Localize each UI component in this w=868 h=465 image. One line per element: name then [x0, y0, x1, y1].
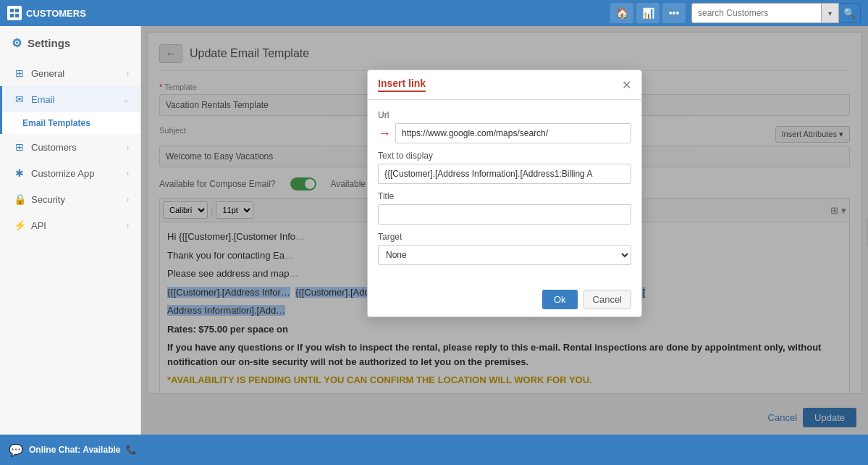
sidebar-item-security[interactable]: 🔒 Security › — [0, 186, 140, 212]
search-bar: ▾ 🔍 — [691, 3, 861, 23]
url-row: → — [378, 123, 631, 143]
sidebar-item-customers[interactable]: ⊞ Customers › — [0, 134, 140, 160]
modal-cancel-button[interactable]: Cancel — [583, 290, 631, 309]
content-area: ← Update Email Template * Template Inser… — [141, 26, 868, 435]
sidebar-item-general[interactable]: ⊞ General › — [0, 60, 140, 86]
modal-target-select[interactable]: None _blank _self _parent _top — [378, 245, 631, 265]
modal-target-label: Target — [378, 232, 631, 242]
more-button[interactable]: ••• — [662, 3, 686, 23]
chat-bar: 💬 Online Chat: Available 📞 — [0, 435, 868, 465]
modal-text-display-field: Text to display — [378, 151, 631, 184]
sidebar-nav: ⊞ General › ✉ Email ⌄ Email Templates ⊞ … — [0, 60, 140, 435]
search-go-button[interactable]: 🔍 — [839, 3, 861, 23]
insert-link-modal: Insert link ✕ Url → Text to display — [367, 70, 642, 317]
customize-icon: ✱ — [14, 167, 25, 179]
chevron-right-icon-customers: › — [127, 143, 129, 151]
modal-url-label: Url — [378, 110, 631, 120]
email-templates-label: Email Templates — [22, 118, 90, 128]
top-bar: CUSTOMERS 🏠 📊 ••• ▾ 🔍 — [0, 0, 868, 26]
svg-rect-1 — [15, 9, 19, 12]
search-dropdown-button[interactable]: ▾ — [822, 3, 839, 23]
chat-label: Online Chat: Available — [29, 445, 120, 455]
search-input[interactable] — [691, 3, 822, 23]
svg-rect-0 — [10, 9, 14, 12]
modal-close-button[interactable]: ✕ — [622, 78, 631, 92]
modal-ok-button[interactable]: Ok — [542, 290, 578, 309]
modal-footer: Ok Cancel — [368, 282, 641, 317]
sidebar-item-api[interactable]: ⚡ API › — [0, 212, 140, 238]
customers-icon: ⊞ — [14, 141, 25, 153]
sidebar-item-label-customers: Customers — [31, 142, 121, 153]
modal-title: Insert link — [378, 78, 426, 92]
sidebar-item-label-api: API — [31, 220, 121, 231]
security-icon: 🔒 — [14, 193, 25, 205]
url-arrow-icon: → — [378, 126, 391, 141]
general-icon: ⊞ — [14, 67, 25, 79]
svg-rect-3 — [15, 14, 19, 17]
sidebar-item-label-general: General — [31, 68, 121, 79]
modal-title-label: Title — [378, 191, 631, 201]
settings-title: Settings — [28, 37, 70, 49]
chevron-down-icon: ⌄ — [123, 96, 129, 104]
sidebar-item-email[interactable]: ✉ Email ⌄ — [0, 86, 140, 112]
logo-icon — [7, 6, 22, 20]
home-button[interactable]: 🏠 — [610, 3, 633, 23]
modal-header: Insert link ✕ — [368, 70, 641, 100]
modal-title-field: Title — [378, 191, 631, 225]
settings-header: ⚙ Settings — [0, 26, 140, 60]
chevron-right-icon-security: › — [127, 196, 129, 204]
app-title: CUSTOMERS — [26, 8, 86, 19]
chevron-right-icon: › — [127, 70, 129, 78]
chevron-right-icon-customize: › — [127, 169, 129, 177]
email-icon: ✉ — [14, 93, 25, 105]
chevron-right-icon-api: › — [127, 222, 129, 230]
phone-icon: 📞 — [126, 445, 137, 455]
api-icon: ⚡ — [14, 219, 25, 231]
email-submenu-templates[interactable]: Email Templates — [2, 112, 140, 134]
modal-url-field: Url → — [378, 110, 631, 143]
modal-text-display-input[interactable] — [378, 164, 631, 184]
modal-title-input[interactable] — [378, 204, 631, 225]
top-bar-icons: 🏠 📊 ••• — [610, 3, 686, 23]
sidebar-item-label-security: Security — [31, 194, 121, 205]
modal-text-display-label: Text to display — [378, 151, 631, 161]
main-layout: ⚙ Settings ⊞ General › ✉ Email ⌄ Email T… — [0, 26, 868, 435]
gear-icon: ⚙ — [12, 36, 22, 50]
svg-rect-2 — [10, 14, 14, 17]
sidebar-item-label-email: Email — [31, 94, 117, 105]
chart-button[interactable]: 📊 — [636, 3, 660, 23]
modal-url-input[interactable] — [395, 123, 631, 143]
app-logo: CUSTOMERS — [7, 6, 86, 20]
modal-target-field: Target None _blank _self _parent _top — [378, 232, 631, 265]
sidebar-item-label-customize: Customize App — [31, 168, 121, 179]
chat-icon: 💬 — [9, 443, 23, 457]
email-submenu: Email Templates — [0, 112, 140, 134]
modal-overlay: Insert link ✕ Url → Text to display — [141, 26, 868, 435]
sidebar-item-customize-app[interactable]: ✱ Customize App › — [0, 160, 140, 186]
sidebar: ⚙ Settings ⊞ General › ✉ Email ⌄ Email T… — [0, 26, 141, 435]
modal-body: Url → Text to display Title — [368, 100, 641, 282]
